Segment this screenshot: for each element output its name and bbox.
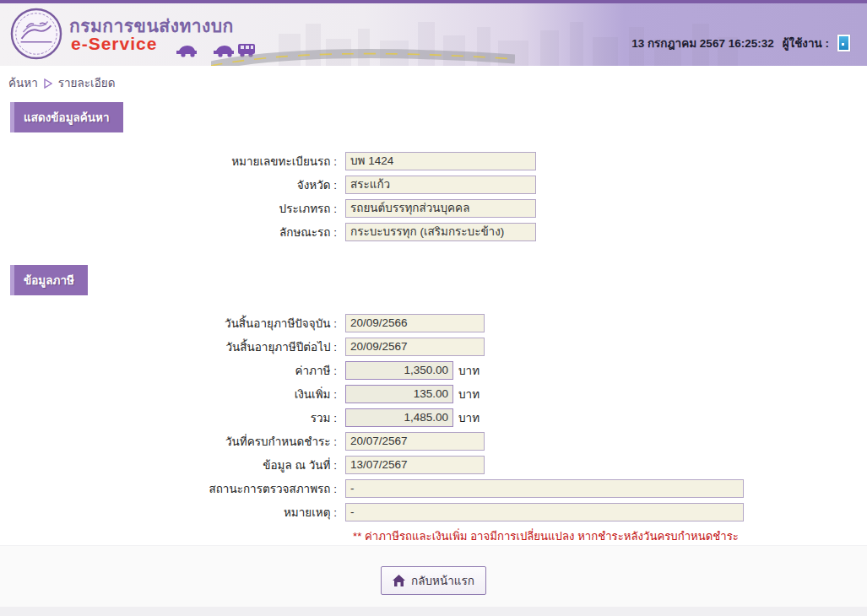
footer-area: กลับหน้าแรก: [0, 545, 867, 616]
field-value-input[interactable]: 13/07/2567: [345, 456, 485, 474]
form-row: จังหวัด :สระแก้ว: [0, 173, 867, 197]
breadcrumb: ค้นหา รายละเอียด: [0, 66, 867, 97]
unit-label: บาท: [458, 385, 480, 403]
home-icon: [393, 575, 405, 586]
section-tab-tax-info: ข้อมูลภาษี: [10, 265, 88, 295]
form-row: หมายเหตุ :-: [0, 500, 867, 524]
user-label: ผู้ใช้งาน :: [783, 34, 829, 52]
form-row: สถานะการตรวจสภาพรถ :-: [0, 477, 867, 500]
field-value-input[interactable]: -: [345, 503, 744, 521]
form-row: ประเภทรถ :รถยนต์บรรทุกส่วนบุคคล: [0, 197, 867, 220]
field-value-input[interactable]: 1,350.00: [345, 361, 453, 380]
field-value-input[interactable]: สระแก้ว: [345, 176, 536, 194]
unit-label: บาท: [458, 408, 480, 427]
field-label: รวม :: [0, 408, 341, 427]
header: กรมการขนส่งทางบก e-Service 13 กรกฎาคม 25…: [0, 3, 867, 66]
breadcrumb-arrow-icon: [44, 78, 52, 89]
field-value-input[interactable]: 20/09/2567: [345, 338, 485, 356]
form-row: ค่าภาษี :1,350.00บาท: [0, 359, 867, 382]
field-label: หมายเหตุ :: [0, 503, 341, 521]
user-image-icon: [837, 35, 850, 51]
field-value-input[interactable]: กระบะบรรทุก (เสริมกระบะข้าง): [345, 223, 536, 241]
form-row: วันสิ้นอายุภาษีปีต่อไป :20/09/2567: [0, 335, 867, 359]
field-label: ประเภทรถ :: [0, 199, 341, 218]
form-row: เงินเพิ่ม :135.00บาท: [0, 382, 867, 406]
breadcrumb-search[interactable]: ค้นหา: [8, 73, 38, 92]
field-label: เงินเพิ่ม :: [0, 385, 341, 403]
field-label: สถานะการตรวจสภาพรถ :: [0, 479, 341, 498]
bottom-strip: [0, 607, 867, 616]
form-row: วันสิ้นอายุภาษีปัจจุบัน :20/09/2566: [0, 311, 867, 335]
field-value-input[interactable]: 20/07/2567: [345, 432, 485, 451]
field-value-input[interactable]: 1,485.00: [345, 408, 453, 427]
field-value-input[interactable]: รถยนต์บรรทุกส่วนบุคคล: [345, 199, 536, 218]
field-label: วันที่ครบกำหนดชำระ :: [0, 432, 341, 451]
section-tab-search-result: แสดงข้อมูลค้นหา: [10, 102, 123, 132]
main-content: แสดงข้อมูลค้นหา หมายเลขทะเบียนรถ :บพ 142…: [0, 97, 867, 545]
field-value-input[interactable]: 135.00: [345, 385, 453, 403]
datetime-text: 13 กรกฎาคม 2567 16:25:32: [631, 34, 774, 52]
eservice-brand: e-Service: [71, 34, 157, 54]
field-label: วันสิ้นอายุภาษีปัจจุบัน :: [0, 314, 341, 332]
field-label: หมายเลขทะเบียนรถ :: [0, 152, 341, 170]
field-label: ค่าภาษี :: [0, 361, 341, 380]
header-status: 13 กรกฎาคม 2567 16:25:32 ผู้ใช้งาน :: [631, 34, 850, 52]
form-row: หมายเลขทะเบียนรถ :บพ 1424: [0, 149, 867, 173]
form-row: ลักษณะรถ :กระบะบรรทุก (เสริมกระบะข้าง): [0, 220, 867, 244]
unit-label: บาท: [458, 361, 480, 380]
field-label: ลักษณะรถ :: [0, 223, 341, 241]
search-result-fields: หมายเลขทะเบียนรถ :บพ 1424จังหวัด :สระแก้…: [0, 149, 867, 244]
back-to-home-button[interactable]: กลับหน้าแรก: [381, 566, 486, 595]
road-graphic: [211, 44, 515, 66]
field-label: จังหวัด :: [0, 176, 341, 194]
department-seal-logo: [10, 8, 62, 60]
form-row: วันที่ครบกำหนดชำระ :20/07/2567: [0, 430, 867, 453]
field-value-input[interactable]: -: [345, 479, 744, 498]
form-row: ข้อมูล ณ วันที่ :13/07/2567: [0, 453, 867, 477]
tax-info-fields: วันสิ้นอายุภาษีปัจจุบัน :20/09/2566วันสิ…: [0, 311, 867, 524]
field-value-input[interactable]: 20/09/2566: [345, 314, 485, 332]
form-row: รวม :1,485.00บาท: [0, 406, 867, 430]
field-label: ข้อมูล ณ วันที่ :: [0, 456, 341, 474]
field-label: วันสิ้นอายุภาษีปีต่อไป :: [0, 338, 341, 356]
field-value-input[interactable]: บพ 1424: [345, 152, 536, 170]
home-button-label: กลับหน้าแรก: [411, 571, 474, 590]
breadcrumb-details: รายละเอียด: [58, 73, 116, 92]
tax-change-note: ** ค่าภาษีรถและเงินเพิ่ม อาจมีการเปลี่ยน…: [353, 527, 867, 545]
